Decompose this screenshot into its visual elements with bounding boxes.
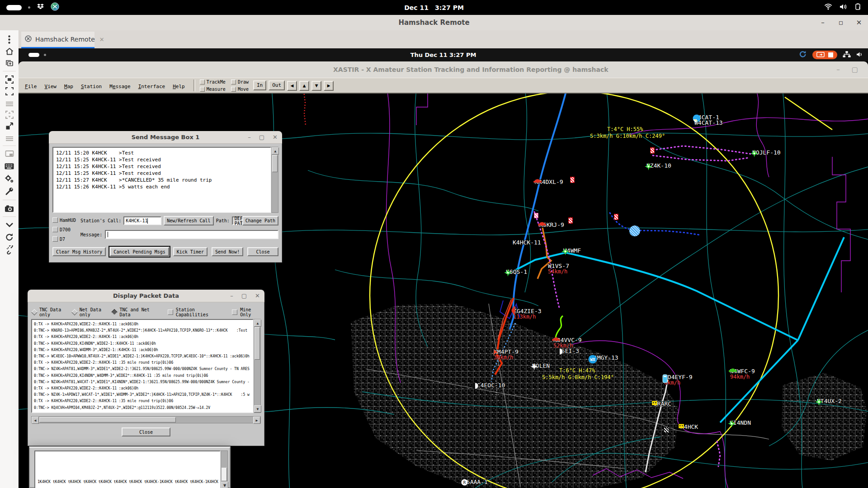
map-station-kg4zie-3[interactable]: KG4ZIE-3113km/h xyxy=(511,308,542,319)
checkbox-mine-only[interactable]: Mine Only xyxy=(232,307,260,317)
map-station-n5aaa-1[interactable]: RN5AAA-1 xyxy=(461,479,488,485)
history-vertical-scrollbar[interactable]: ▲ xyxy=(271,147,278,213)
kick-timer-button[interactable]: Kick Timer xyxy=(173,247,208,256)
packet-titlebar[interactable]: Display Packet Data – ▢ ✕ xyxy=(28,290,264,302)
packet-close-button[interactable]: Close xyxy=(122,427,170,436)
pan-left-button[interactable]: ◀ xyxy=(287,81,297,91)
screenshot-camera-icon[interactable] xyxy=(5,204,14,213)
pan-down-button[interactable]: ▼ xyxy=(311,81,321,91)
dialog-close-button[interactable]: ✕ xyxy=(255,292,260,299)
map-station-k6qs-1[interactable]: K6QS-1 xyxy=(504,269,527,275)
wifi-icon[interactable] xyxy=(824,3,832,12)
chevron-down-icon[interactable] xyxy=(5,220,14,230)
map-station-km4pt-9[interactable]: KM4PT-930km/h xyxy=(492,349,519,360)
tab-close-icon[interactable]: ✕ xyxy=(99,36,104,43)
toggle-move[interactable]: Move xyxy=(231,86,249,92)
checkbox-hamhud[interactable]: HamHUD xyxy=(52,217,80,223)
window-close-button[interactable]: ✕ xyxy=(855,19,863,27)
toggle-trackme[interactable]: TrackMe xyxy=(200,79,226,85)
new-window-icon[interactable] xyxy=(5,58,14,68)
menu-station[interactable]: Station xyxy=(81,84,102,89)
close-button[interactable]: Close xyxy=(247,247,278,256)
checkbox-d700[interactable]: D700 xyxy=(52,227,80,232)
map-station-kd4eyf-9[interactable]: KD4EYF-90km/h xyxy=(662,374,693,385)
bottom-vertical-scrollbar[interactable]: ▼ xyxy=(221,450,228,488)
xastir-maximize-button[interactable]: ▢ xyxy=(852,66,858,74)
message-input[interactable] xyxy=(105,230,278,239)
map-station-ki4ndn[interactable]: KI4NDN xyxy=(728,420,751,426)
send-now--button[interactable]: Send Now! xyxy=(212,247,243,256)
map-station-nt4ux-2[interactable]: NT4UX-2 xyxy=(815,398,842,404)
toggle-measure[interactable]: Measure xyxy=(200,86,226,92)
map-station-k4hck-11[interactable]: K4HCK-11 xyxy=(511,239,541,245)
screen-share-stop-badge[interactable] xyxy=(812,51,837,59)
map-station-w1vs-7[interactable]: W1VS-754km/h xyxy=(546,263,569,274)
map-station-srarc[interactable]: SRARC xyxy=(652,401,671,407)
remote-volume-icon[interactable] xyxy=(856,51,863,59)
checkbox-station-capabilities[interactable]: Station Capabilities xyxy=(168,307,222,317)
radio-net-data-only[interactable]: Net Data only xyxy=(72,307,109,317)
map-station-kd4vvc-9[interactable]: KD4VVC-952km/h xyxy=(552,337,582,348)
message-history-area[interactable]: 12/11 15:20 K4HCK >Test 12/11 15:25 K4HC… xyxy=(52,147,271,213)
network-tree-icon[interactable] xyxy=(843,51,851,60)
kebab-menu-icon[interactable] xyxy=(5,35,14,44)
menu-help[interactable]: Help xyxy=(173,84,185,89)
new-refresh-call-button[interactable]: New/Refresh Call xyxy=(164,216,213,225)
tab-hamshack-remote[interactable]: Hamshack Remote ✕ xyxy=(21,32,94,48)
station-call-input[interactable]: K4HCK-11 xyxy=(123,216,161,225)
radio-tnc-data-only[interactable]: TNC Data only xyxy=(32,307,69,317)
menu-file[interactable]: File xyxy=(25,84,37,89)
dialog-minimize-button[interactable]: – xyxy=(230,292,233,299)
menu-view[interactable]: View xyxy=(45,84,57,89)
menu-message[interactable]: Message xyxy=(109,84,130,89)
clear-msg-history-button[interactable]: Clear Msg History xyxy=(52,247,106,256)
radio-tnc-and-net-data[interactable]: TNC and Net Data xyxy=(112,307,156,317)
map-station-nojlf-10[interactable]: NOJLF-10 xyxy=(750,150,781,155)
map-station-w4wfc-9[interactable]: W4WFC-994km/h xyxy=(728,368,755,380)
map-station-n5ei-3[interactable]: N5EI-3 xyxy=(556,348,579,354)
packet-vertical-scrollbar[interactable]: ▲ ▼ xyxy=(254,319,261,413)
pan-right-button[interactable]: ▶ xyxy=(324,81,334,91)
path-input[interactable]: DEFAULT PATH xyxy=(232,216,240,225)
reload-icon[interactable] xyxy=(5,232,14,242)
packet-text-area[interactable]: 0:TX -> K4HCK>APX220,WIDE2-2::K4HCK-11 :… xyxy=(31,319,254,413)
reconnect-icon[interactable] xyxy=(799,50,807,60)
zoom-out-button[interactable]: Out xyxy=(269,80,285,90)
cancel-pending-msgs-button[interactable]: Cancel Pending Msgs xyxy=(110,247,169,256)
window-maximize-button[interactable]: ▫ xyxy=(837,19,844,27)
map-station-nolen[interactable]: NOLEN xyxy=(530,363,550,369)
window-minimize-button[interactable]: – xyxy=(819,19,826,27)
battery-icon[interactable] xyxy=(854,3,862,12)
disconnect-link-icon[interactable] xyxy=(5,245,14,254)
map-station-k5krj-9[interactable]: K5KRJ-9 xyxy=(538,222,564,228)
send-message-titlebar[interactable]: Send Message Box 1 – ▢ ✕ xyxy=(49,131,282,144)
map-station-wc4eoc-10[interactable]: WC4EOC-10 xyxy=(472,382,505,388)
settings-gears-icon[interactable] xyxy=(5,174,14,183)
map-station-w4wmf[interactable]: W4WMF xyxy=(561,248,581,253)
menu-map[interactable]: Map xyxy=(64,84,73,89)
dialog-minimize-button[interactable]: – xyxy=(248,134,251,141)
fullscreen-icon[interactable] xyxy=(5,86,14,96)
wrench-icon[interactable] xyxy=(5,186,14,196)
xastir-titlebar[interactable]: XASTIR - X Amateur Station Tracking and … xyxy=(19,61,868,78)
change-path-button[interactable]: Change Path xyxy=(242,216,278,225)
packet-horizontal-scrollbar[interactable]: ◀ ▶ xyxy=(31,416,261,423)
home-icon[interactable] xyxy=(5,47,14,56)
system-clock[interactable]: Dec 11 3:27 PM xyxy=(0,0,868,15)
checkbox-d7[interactable]: D7 xyxy=(52,236,80,242)
keyboard-icon[interactable] xyxy=(5,161,14,171)
stop-sharing-icon[interactable] xyxy=(828,52,833,57)
pan-up-button[interactable]: ▲ xyxy=(299,81,309,91)
zoom-in-button[interactable]: In xyxy=(253,80,266,90)
menu-interface[interactable]: Interface xyxy=(138,84,165,89)
toggle-draw[interactable]: Draw xyxy=(231,79,249,85)
map-station-k4mgy-13[interactable]: WXK4MGY-13 xyxy=(588,355,618,361)
bottom-text-area[interactable]: 1K4HCK tK4HCK tK4HCK tK4HCK tK4HCK tK4HC… xyxy=(34,450,221,488)
dialog-maximize-button[interactable]: ▢ xyxy=(241,292,247,299)
map-station-k4hck[interactable]: K4HCK xyxy=(679,424,698,430)
remote-clock[interactable]: Thu Dec 11 3:27 PM xyxy=(19,48,868,61)
map-station-nz4k-10[interactable]: NZ4K-10 xyxy=(645,163,671,169)
volume-icon[interactable] xyxy=(840,3,847,12)
map-station-w4cat-1[interactable]: W4CAT-1W4CAT-13 xyxy=(693,114,723,126)
resize-window-icon[interactable] xyxy=(5,121,14,131)
